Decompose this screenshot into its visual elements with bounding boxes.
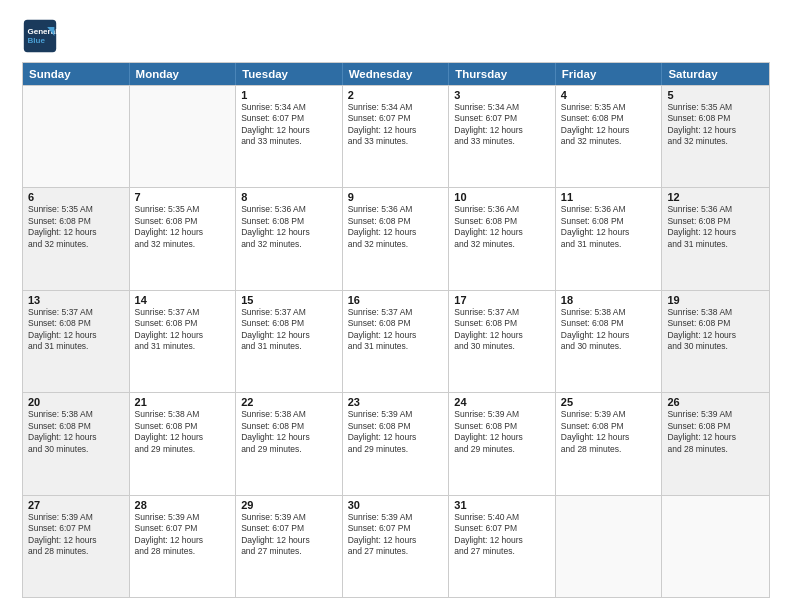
day-number: 23 — [348, 396, 444, 408]
calendar-cell: 30Sunrise: 5:39 AM Sunset: 6:07 PM Dayli… — [343, 496, 450, 597]
day-number: 30 — [348, 499, 444, 511]
day-number: 15 — [241, 294, 337, 306]
day-info: Sunrise: 5:38 AM Sunset: 6:08 PM Dayligh… — [135, 409, 231, 455]
day-info: Sunrise: 5:36 AM Sunset: 6:08 PM Dayligh… — [561, 204, 657, 250]
calendar-cell: 21Sunrise: 5:38 AM Sunset: 6:08 PM Dayli… — [130, 393, 237, 494]
day-number: 16 — [348, 294, 444, 306]
calendar-cell: 19Sunrise: 5:38 AM Sunset: 6:08 PM Dayli… — [662, 291, 769, 392]
day-info: Sunrise: 5:37 AM Sunset: 6:08 PM Dayligh… — [348, 307, 444, 353]
day-number: 8 — [241, 191, 337, 203]
calendar-header-day: Saturday — [662, 63, 769, 85]
day-number: 26 — [667, 396, 764, 408]
calendar-cell: 4Sunrise: 5:35 AM Sunset: 6:08 PM Daylig… — [556, 86, 663, 187]
calendar-cell: 9Sunrise: 5:36 AM Sunset: 6:08 PM Daylig… — [343, 188, 450, 289]
calendar-week: 27Sunrise: 5:39 AM Sunset: 6:07 PM Dayli… — [23, 495, 769, 597]
day-number: 25 — [561, 396, 657, 408]
logo-icon: General Blue — [22, 18, 58, 54]
day-info: Sunrise: 5:34 AM Sunset: 6:07 PM Dayligh… — [348, 102, 444, 148]
calendar-cell: 15Sunrise: 5:37 AM Sunset: 6:08 PM Dayli… — [236, 291, 343, 392]
day-number: 9 — [348, 191, 444, 203]
calendar-cell — [662, 496, 769, 597]
calendar-cell: 3Sunrise: 5:34 AM Sunset: 6:07 PM Daylig… — [449, 86, 556, 187]
day-number: 2 — [348, 89, 444, 101]
day-number: 21 — [135, 396, 231, 408]
day-info: Sunrise: 5:39 AM Sunset: 6:07 PM Dayligh… — [348, 512, 444, 558]
calendar-cell: 24Sunrise: 5:39 AM Sunset: 6:08 PM Dayli… — [449, 393, 556, 494]
calendar-cell: 8Sunrise: 5:36 AM Sunset: 6:08 PM Daylig… — [236, 188, 343, 289]
calendar-cell: 5Sunrise: 5:35 AM Sunset: 6:08 PM Daylig… — [662, 86, 769, 187]
day-info: Sunrise: 5:37 AM Sunset: 6:08 PM Dayligh… — [241, 307, 337, 353]
calendar-cell: 25Sunrise: 5:39 AM Sunset: 6:08 PM Dayli… — [556, 393, 663, 494]
day-number: 17 — [454, 294, 550, 306]
day-number: 5 — [667, 89, 764, 101]
day-info: Sunrise: 5:37 AM Sunset: 6:08 PM Dayligh… — [454, 307, 550, 353]
day-number: 20 — [28, 396, 124, 408]
day-info: Sunrise: 5:39 AM Sunset: 6:08 PM Dayligh… — [348, 409, 444, 455]
calendar-cell: 27Sunrise: 5:39 AM Sunset: 6:07 PM Dayli… — [23, 496, 130, 597]
calendar-body: 1Sunrise: 5:34 AM Sunset: 6:07 PM Daylig… — [23, 85, 769, 597]
day-number: 31 — [454, 499, 550, 511]
calendar-cell: 20Sunrise: 5:38 AM Sunset: 6:08 PM Dayli… — [23, 393, 130, 494]
calendar-cell — [23, 86, 130, 187]
day-number: 29 — [241, 499, 337, 511]
calendar-cell: 22Sunrise: 5:38 AM Sunset: 6:08 PM Dayli… — [236, 393, 343, 494]
calendar-header-row: SundayMondayTuesdayWednesdayThursdayFrid… — [23, 63, 769, 85]
day-info: Sunrise: 5:38 AM Sunset: 6:08 PM Dayligh… — [561, 307, 657, 353]
calendar-cell: 13Sunrise: 5:37 AM Sunset: 6:08 PM Dayli… — [23, 291, 130, 392]
day-info: Sunrise: 5:38 AM Sunset: 6:08 PM Dayligh… — [28, 409, 124, 455]
day-number: 13 — [28, 294, 124, 306]
day-info: Sunrise: 5:38 AM Sunset: 6:08 PM Dayligh… — [241, 409, 337, 455]
day-info: Sunrise: 5:35 AM Sunset: 6:08 PM Dayligh… — [667, 102, 764, 148]
day-number: 11 — [561, 191, 657, 203]
day-info: Sunrise: 5:35 AM Sunset: 6:08 PM Dayligh… — [561, 102, 657, 148]
page: General Blue SundayMondayTuesdayWednesda… — [0, 0, 792, 612]
day-info: Sunrise: 5:39 AM Sunset: 6:08 PM Dayligh… — [561, 409, 657, 455]
calendar-header-day: Friday — [556, 63, 663, 85]
calendar-cell: 18Sunrise: 5:38 AM Sunset: 6:08 PM Dayli… — [556, 291, 663, 392]
day-info: Sunrise: 5:37 AM Sunset: 6:08 PM Dayligh… — [135, 307, 231, 353]
calendar-cell: 31Sunrise: 5:40 AM Sunset: 6:07 PM Dayli… — [449, 496, 556, 597]
calendar-header-day: Tuesday — [236, 63, 343, 85]
day-info: Sunrise: 5:38 AM Sunset: 6:08 PM Dayligh… — [667, 307, 764, 353]
calendar-cell: 23Sunrise: 5:39 AM Sunset: 6:08 PM Dayli… — [343, 393, 450, 494]
day-number: 28 — [135, 499, 231, 511]
calendar-cell: 17Sunrise: 5:37 AM Sunset: 6:08 PM Dayli… — [449, 291, 556, 392]
calendar-week: 13Sunrise: 5:37 AM Sunset: 6:08 PM Dayli… — [23, 290, 769, 392]
day-number: 18 — [561, 294, 657, 306]
day-number: 7 — [135, 191, 231, 203]
calendar-cell: 6Sunrise: 5:35 AM Sunset: 6:08 PM Daylig… — [23, 188, 130, 289]
calendar-week: 1Sunrise: 5:34 AM Sunset: 6:07 PM Daylig… — [23, 85, 769, 187]
day-info: Sunrise: 5:39 AM Sunset: 6:08 PM Dayligh… — [454, 409, 550, 455]
calendar-cell: 26Sunrise: 5:39 AM Sunset: 6:08 PM Dayli… — [662, 393, 769, 494]
svg-text:Blue: Blue — [27, 36, 45, 45]
calendar-cell: 16Sunrise: 5:37 AM Sunset: 6:08 PM Dayli… — [343, 291, 450, 392]
calendar-week: 6Sunrise: 5:35 AM Sunset: 6:08 PM Daylig… — [23, 187, 769, 289]
day-info: Sunrise: 5:34 AM Sunset: 6:07 PM Dayligh… — [454, 102, 550, 148]
calendar-cell: 12Sunrise: 5:36 AM Sunset: 6:08 PM Dayli… — [662, 188, 769, 289]
day-number: 27 — [28, 499, 124, 511]
day-info: Sunrise: 5:36 AM Sunset: 6:08 PM Dayligh… — [454, 204, 550, 250]
calendar-header-day: Monday — [130, 63, 237, 85]
calendar-cell: 2Sunrise: 5:34 AM Sunset: 6:07 PM Daylig… — [343, 86, 450, 187]
day-info: Sunrise: 5:35 AM Sunset: 6:08 PM Dayligh… — [28, 204, 124, 250]
calendar: SundayMondayTuesdayWednesdayThursdayFrid… — [22, 62, 770, 598]
day-info: Sunrise: 5:34 AM Sunset: 6:07 PM Dayligh… — [241, 102, 337, 148]
day-number: 24 — [454, 396, 550, 408]
logo: General Blue — [22, 18, 60, 54]
day-number: 12 — [667, 191, 764, 203]
calendar-cell: 10Sunrise: 5:36 AM Sunset: 6:08 PM Dayli… — [449, 188, 556, 289]
day-number: 14 — [135, 294, 231, 306]
day-number: 19 — [667, 294, 764, 306]
calendar-cell: 11Sunrise: 5:36 AM Sunset: 6:08 PM Dayli… — [556, 188, 663, 289]
day-number: 10 — [454, 191, 550, 203]
calendar-header-day: Sunday — [23, 63, 130, 85]
calendar-cell: 28Sunrise: 5:39 AM Sunset: 6:07 PM Dayli… — [130, 496, 237, 597]
calendar-cell — [556, 496, 663, 597]
calendar-week: 20Sunrise: 5:38 AM Sunset: 6:08 PM Dayli… — [23, 392, 769, 494]
day-number: 4 — [561, 89, 657, 101]
day-info: Sunrise: 5:36 AM Sunset: 6:08 PM Dayligh… — [241, 204, 337, 250]
calendar-cell: 14Sunrise: 5:37 AM Sunset: 6:08 PM Dayli… — [130, 291, 237, 392]
day-info: Sunrise: 5:36 AM Sunset: 6:08 PM Dayligh… — [667, 204, 764, 250]
day-number: 1 — [241, 89, 337, 101]
day-info: Sunrise: 5:39 AM Sunset: 6:07 PM Dayligh… — [135, 512, 231, 558]
